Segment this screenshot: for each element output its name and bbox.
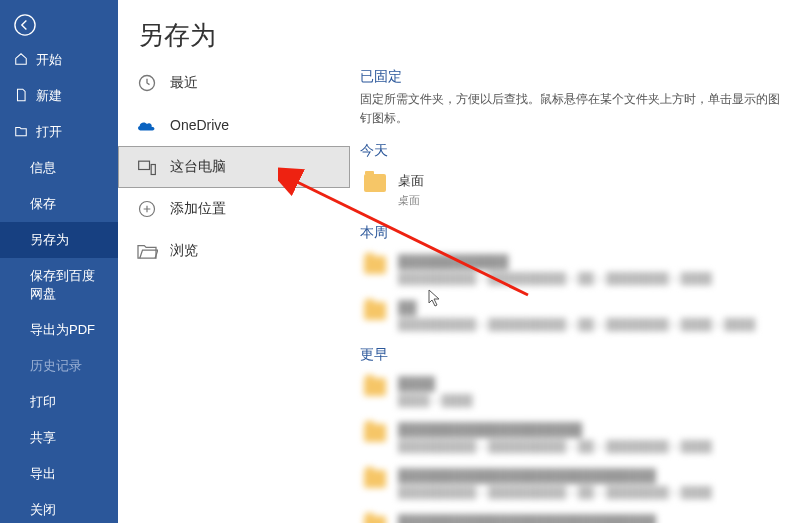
- sidebar-item-share[interactable]: 共享: [0, 420, 118, 456]
- location-label: 这台电脑: [170, 158, 226, 176]
- sidebar-item-print[interactable]: 打印: [0, 384, 118, 420]
- back-button[interactable]: [0, 8, 118, 42]
- week-heading: 本周: [360, 224, 785, 242]
- location-browse[interactable]: 浏览: [118, 230, 350, 272]
- sidebar-item-export-pdf[interactable]: 导出为PDF: [0, 312, 118, 348]
- pinned-hint: 固定所需文件夹，方便以后查找。鼠标悬停在某个文件夹上方时，单击显示的图钉图标。: [360, 90, 785, 128]
- folder-row[interactable]: ████ ████ » ████: [360, 368, 785, 414]
- onedrive-icon: [136, 114, 158, 136]
- sidebar-item-label: 历史记录: [30, 357, 82, 375]
- sidebar-item-label: 保存: [30, 195, 56, 213]
- folder-title: ████████████████████████████: [398, 514, 669, 523]
- detail-panel: 已固定 固定所需文件夹，方便以后查找。鼠标悬停在某个文件夹上方时，单击显示的图钉…: [350, 0, 805, 523]
- backstage-sidebar: 开始 新建 打开 信息 保存 另存为 保存到百度网盘 导出为PDF 历史记录 打…: [0, 0, 118, 523]
- folder-icon: [364, 516, 386, 523]
- svg-rect-2: [139, 161, 150, 169]
- location-label: 最近: [170, 74, 198, 92]
- sidebar-item-label: 共享: [30, 429, 56, 447]
- folder-title: ████████████████████████████: [398, 468, 712, 483]
- folder-title: 桌面: [398, 172, 424, 190]
- location-this-pc[interactable]: 这台电脑: [118, 146, 350, 188]
- today-heading: 今天: [360, 142, 785, 160]
- clock-icon: [136, 72, 158, 94]
- sidebar-item-open[interactable]: 打开: [0, 114, 118, 150]
- folder-row[interactable]: ██ ██████████ » ██████████ » ██ » ██████…: [360, 292, 785, 338]
- folder-title: ████████████████████: [398, 422, 712, 437]
- sidebar-item-label: 导出为PDF: [30, 321, 95, 339]
- folder-row[interactable]: 桌面 桌面: [360, 164, 785, 216]
- folder-icon: [364, 302, 386, 320]
- sidebar-item-label: 保存到百度网盘: [30, 267, 104, 303]
- folder-title: ████████████: [398, 254, 712, 269]
- folder-row[interactable]: ████████████████████████████ ██████████ …: [360, 460, 785, 506]
- pinned-heading: 已固定: [360, 68, 785, 86]
- location-add-place[interactable]: 添加位置: [118, 188, 350, 230]
- svg-rect-3: [151, 165, 155, 175]
- folder-icon: [364, 174, 386, 192]
- folder-row[interactable]: ████████████████████ ██████████ » ██████…: [360, 414, 785, 460]
- sidebar-item-new[interactable]: 新建: [0, 78, 118, 114]
- pc-icon: [136, 156, 158, 178]
- browse-folder-icon: [136, 240, 158, 262]
- sidebar-item-label: 关闭: [30, 501, 56, 519]
- location-label: 浏览: [170, 242, 198, 260]
- sidebar-item-label: 开始: [36, 51, 62, 69]
- sidebar-item-export[interactable]: 导出: [0, 456, 118, 492]
- sidebar-item-label: 另存为: [30, 231, 69, 249]
- home-icon: [14, 52, 28, 69]
- folder-sub: ██████████ » ██████████ » ██ » ████████ …: [398, 318, 755, 330]
- folder-icon: [364, 424, 386, 442]
- folder-sub: ██████████ » ██████████ » ██ » ████████ …: [398, 440, 712, 452]
- sidebar-item-label: 打印: [30, 393, 56, 411]
- sidebar-item-label: 打开: [36, 123, 62, 141]
- sidebar-item-save[interactable]: 保存: [0, 186, 118, 222]
- sidebar-item-label: 新建: [36, 87, 62, 105]
- folder-title: ██: [398, 300, 755, 315]
- add-place-icon: [136, 198, 158, 220]
- folder-row[interactable]: ████████████ ██████████ » ██████████ » █…: [360, 246, 785, 292]
- folder-sub: ██████████ » ██████████ » ██ » ████████ …: [398, 272, 712, 284]
- sidebar-item-save-baidu[interactable]: 保存到百度网盘: [0, 258, 118, 312]
- folder-row[interactable]: ████████████████████████████ ██████████ …: [360, 506, 785, 523]
- folder-icon: [364, 470, 386, 488]
- sidebar-item-label: 导出: [30, 465, 56, 483]
- location-label: OneDrive: [170, 117, 229, 133]
- sidebar-item-home[interactable]: 开始: [0, 42, 118, 78]
- sidebar-item-close[interactable]: 关闭: [0, 492, 118, 523]
- location-recent[interactable]: 最近: [118, 62, 350, 104]
- folder-title: ████: [398, 376, 473, 391]
- sidebar-item-history[interactable]: 历史记录: [0, 348, 118, 384]
- folder-sub: 桌面: [398, 193, 424, 208]
- folder-icon: [364, 256, 386, 274]
- sidebar-item-info[interactable]: 信息: [0, 150, 118, 186]
- main-area: 另存为 最近 OneDrive 这台电脑 添加位置: [118, 0, 805, 523]
- sidebar-item-saveas[interactable]: 另存为: [0, 222, 118, 258]
- open-icon: [14, 124, 28, 141]
- folder-sub: ████ » ████: [398, 394, 473, 406]
- location-label: 添加位置: [170, 200, 226, 218]
- sidebar-item-label: 信息: [30, 159, 56, 177]
- folder-sub: ██████████ » ██████████ » ██ » ████████ …: [398, 486, 712, 498]
- page-title: 另存为: [138, 18, 216, 53]
- new-icon: [14, 88, 28, 105]
- earlier-heading: 更早: [360, 346, 785, 364]
- svg-point-0: [15, 15, 35, 35]
- location-list: 最近 OneDrive 这台电脑 添加位置 浏览: [118, 0, 350, 523]
- folder-icon: [364, 378, 386, 396]
- location-onedrive[interactable]: OneDrive: [118, 104, 350, 146]
